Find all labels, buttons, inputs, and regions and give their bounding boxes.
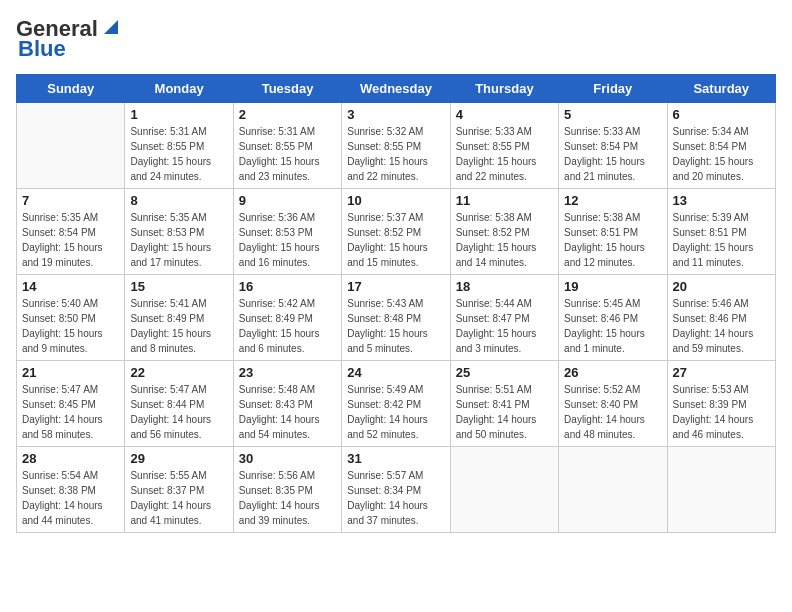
day-info: Sunrise: 5:33 AM Sunset: 8:54 PM Dayligh… <box>564 124 661 184</box>
day-number: 23 <box>239 365 336 380</box>
day-info: Sunrise: 5:38 AM Sunset: 8:51 PM Dayligh… <box>564 210 661 270</box>
day-number: 14 <box>22 279 119 294</box>
calendar-cell <box>450 447 558 533</box>
calendar-week-row: 21Sunrise: 5:47 AM Sunset: 8:45 PM Dayli… <box>17 361 776 447</box>
calendar-cell: 27Sunrise: 5:53 AM Sunset: 8:39 PM Dayli… <box>667 361 775 447</box>
day-info: Sunrise: 5:55 AM Sunset: 8:37 PM Dayligh… <box>130 468 227 528</box>
day-number: 16 <box>239 279 336 294</box>
calendar-cell <box>17 103 125 189</box>
day-info: Sunrise: 5:47 AM Sunset: 8:45 PM Dayligh… <box>22 382 119 442</box>
calendar-cell: 21Sunrise: 5:47 AM Sunset: 8:45 PM Dayli… <box>17 361 125 447</box>
calendar-week-row: 1Sunrise: 5:31 AM Sunset: 8:55 PM Daylig… <box>17 103 776 189</box>
logo-arrow-icon <box>100 16 122 38</box>
calendar-cell: 9Sunrise: 5:36 AM Sunset: 8:53 PM Daylig… <box>233 189 341 275</box>
day-info: Sunrise: 5:47 AM Sunset: 8:44 PM Dayligh… <box>130 382 227 442</box>
day-info: Sunrise: 5:35 AM Sunset: 8:54 PM Dayligh… <box>22 210 119 270</box>
calendar-cell: 26Sunrise: 5:52 AM Sunset: 8:40 PM Dayli… <box>559 361 667 447</box>
day-info: Sunrise: 5:40 AM Sunset: 8:50 PM Dayligh… <box>22 296 119 356</box>
day-number: 24 <box>347 365 444 380</box>
calendar-cell: 28Sunrise: 5:54 AM Sunset: 8:38 PM Dayli… <box>17 447 125 533</box>
calendar-cell: 24Sunrise: 5:49 AM Sunset: 8:42 PM Dayli… <box>342 361 450 447</box>
day-number: 3 <box>347 107 444 122</box>
day-info: Sunrise: 5:52 AM Sunset: 8:40 PM Dayligh… <box>564 382 661 442</box>
calendar-cell <box>559 447 667 533</box>
day-number: 8 <box>130 193 227 208</box>
day-number: 28 <box>22 451 119 466</box>
day-info: Sunrise: 5:48 AM Sunset: 8:43 PM Dayligh… <box>239 382 336 442</box>
day-info: Sunrise: 5:49 AM Sunset: 8:42 PM Dayligh… <box>347 382 444 442</box>
calendar-cell: 10Sunrise: 5:37 AM Sunset: 8:52 PM Dayli… <box>342 189 450 275</box>
page-header: General Blue <box>16 16 776 62</box>
day-number: 27 <box>673 365 770 380</box>
calendar-cell: 31Sunrise: 5:57 AM Sunset: 8:34 PM Dayli… <box>342 447 450 533</box>
calendar-cell: 23Sunrise: 5:48 AM Sunset: 8:43 PM Dayli… <box>233 361 341 447</box>
day-of-week-header: Saturday <box>667 75 775 103</box>
day-info: Sunrise: 5:31 AM Sunset: 8:55 PM Dayligh… <box>130 124 227 184</box>
day-number: 6 <box>673 107 770 122</box>
calendar-cell: 20Sunrise: 5:46 AM Sunset: 8:46 PM Dayli… <box>667 275 775 361</box>
day-info: Sunrise: 5:37 AM Sunset: 8:52 PM Dayligh… <box>347 210 444 270</box>
day-info: Sunrise: 5:33 AM Sunset: 8:55 PM Dayligh… <box>456 124 553 184</box>
day-number: 12 <box>564 193 661 208</box>
day-info: Sunrise: 5:41 AM Sunset: 8:49 PM Dayligh… <box>130 296 227 356</box>
day-number: 19 <box>564 279 661 294</box>
logo: General Blue <box>16 16 122 62</box>
calendar-cell: 3Sunrise: 5:32 AM Sunset: 8:55 PM Daylig… <box>342 103 450 189</box>
day-info: Sunrise: 5:53 AM Sunset: 8:39 PM Dayligh… <box>673 382 770 442</box>
day-info: Sunrise: 5:31 AM Sunset: 8:55 PM Dayligh… <box>239 124 336 184</box>
calendar-cell: 29Sunrise: 5:55 AM Sunset: 8:37 PM Dayli… <box>125 447 233 533</box>
logo-blue: Blue <box>18 36 66 62</box>
day-number: 17 <box>347 279 444 294</box>
day-number: 22 <box>130 365 227 380</box>
calendar-week-row: 7Sunrise: 5:35 AM Sunset: 8:54 PM Daylig… <box>17 189 776 275</box>
day-number: 13 <box>673 193 770 208</box>
day-number: 1 <box>130 107 227 122</box>
calendar-cell: 12Sunrise: 5:38 AM Sunset: 8:51 PM Dayli… <box>559 189 667 275</box>
day-info: Sunrise: 5:45 AM Sunset: 8:46 PM Dayligh… <box>564 296 661 356</box>
calendar-cell: 30Sunrise: 5:56 AM Sunset: 8:35 PM Dayli… <box>233 447 341 533</box>
day-of-week-header: Friday <box>559 75 667 103</box>
calendar-cell <box>667 447 775 533</box>
day-of-week-header: Sunday <box>17 75 125 103</box>
calendar-cell: 14Sunrise: 5:40 AM Sunset: 8:50 PM Dayli… <box>17 275 125 361</box>
calendar-cell: 1Sunrise: 5:31 AM Sunset: 8:55 PM Daylig… <box>125 103 233 189</box>
day-number: 9 <box>239 193 336 208</box>
day-number: 18 <box>456 279 553 294</box>
day-number: 25 <box>456 365 553 380</box>
calendar-cell: 6Sunrise: 5:34 AM Sunset: 8:54 PM Daylig… <box>667 103 775 189</box>
day-info: Sunrise: 5:44 AM Sunset: 8:47 PM Dayligh… <box>456 296 553 356</box>
day-info: Sunrise: 5:38 AM Sunset: 8:52 PM Dayligh… <box>456 210 553 270</box>
day-info: Sunrise: 5:42 AM Sunset: 8:49 PM Dayligh… <box>239 296 336 356</box>
calendar-cell: 22Sunrise: 5:47 AM Sunset: 8:44 PM Dayli… <box>125 361 233 447</box>
calendar-cell: 18Sunrise: 5:44 AM Sunset: 8:47 PM Dayli… <box>450 275 558 361</box>
calendar-cell: 2Sunrise: 5:31 AM Sunset: 8:55 PM Daylig… <box>233 103 341 189</box>
day-number: 10 <box>347 193 444 208</box>
day-number: 7 <box>22 193 119 208</box>
calendar-week-row: 14Sunrise: 5:40 AM Sunset: 8:50 PM Dayli… <box>17 275 776 361</box>
svg-marker-0 <box>104 20 118 34</box>
day-info: Sunrise: 5:56 AM Sunset: 8:35 PM Dayligh… <box>239 468 336 528</box>
calendar-cell: 25Sunrise: 5:51 AM Sunset: 8:41 PM Dayli… <box>450 361 558 447</box>
day-info: Sunrise: 5:36 AM Sunset: 8:53 PM Dayligh… <box>239 210 336 270</box>
calendar-cell: 4Sunrise: 5:33 AM Sunset: 8:55 PM Daylig… <box>450 103 558 189</box>
day-number: 20 <box>673 279 770 294</box>
day-number: 29 <box>130 451 227 466</box>
day-info: Sunrise: 5:34 AM Sunset: 8:54 PM Dayligh… <box>673 124 770 184</box>
day-info: Sunrise: 5:57 AM Sunset: 8:34 PM Dayligh… <box>347 468 444 528</box>
calendar-cell: 7Sunrise: 5:35 AM Sunset: 8:54 PM Daylig… <box>17 189 125 275</box>
calendar-cell: 19Sunrise: 5:45 AM Sunset: 8:46 PM Dayli… <box>559 275 667 361</box>
day-number: 31 <box>347 451 444 466</box>
calendar-cell: 17Sunrise: 5:43 AM Sunset: 8:48 PM Dayli… <box>342 275 450 361</box>
calendar-cell: 8Sunrise: 5:35 AM Sunset: 8:53 PM Daylig… <box>125 189 233 275</box>
day-of-week-header: Monday <box>125 75 233 103</box>
day-number: 21 <box>22 365 119 380</box>
day-number: 2 <box>239 107 336 122</box>
day-of-week-header: Tuesday <box>233 75 341 103</box>
day-info: Sunrise: 5:39 AM Sunset: 8:51 PM Dayligh… <box>673 210 770 270</box>
day-info: Sunrise: 5:54 AM Sunset: 8:38 PM Dayligh… <box>22 468 119 528</box>
day-of-week-header: Thursday <box>450 75 558 103</box>
day-of-week-header: Wednesday <box>342 75 450 103</box>
calendar-week-row: 28Sunrise: 5:54 AM Sunset: 8:38 PM Dayli… <box>17 447 776 533</box>
calendar-cell: 13Sunrise: 5:39 AM Sunset: 8:51 PM Dayli… <box>667 189 775 275</box>
calendar-table: SundayMondayTuesdayWednesdayThursdayFrid… <box>16 74 776 533</box>
